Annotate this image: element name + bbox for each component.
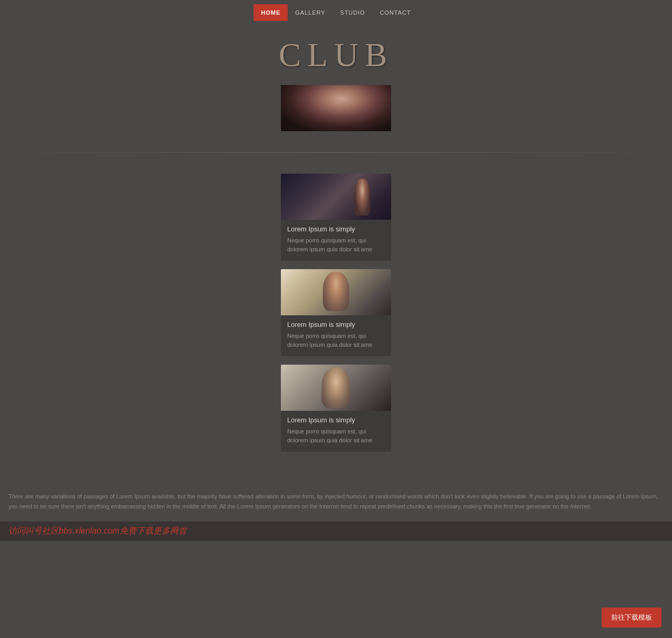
card-3-title: Lorem Ipsum is simply [287, 416, 385, 424]
card-1: Lorem Ipsum is simply Neque porro quisqu… [281, 174, 391, 261]
watermark-text: 访问叫号社区bbs.xlenlao.com免费下载更多网首 [8, 526, 187, 535]
nav-gallery[interactable]: GALLERY [288, 4, 333, 21]
nav-studio[interactable]: STUDIO [333, 4, 373, 21]
page-title: CLUB [279, 36, 394, 75]
divider [0, 152, 672, 153]
card-1-body: Lorem Ipsum is simply Neque porro quisqu… [281, 220, 391, 261]
nav-home[interactable]: HOME [254, 4, 288, 21]
card-2-text: Neque porro quisquam est, qui dolorem ip… [287, 332, 385, 349]
nav: HOME GALLERY STUDIO CONTACT [254, 4, 418, 21]
card-2-body: Lorem Ipsum is simply Neque porro quisqu… [281, 315, 391, 356]
card-1-title: Lorem Ipsum is simply [287, 225, 385, 233]
card-2: Lorem Ipsum is simply Neque porro quisqu… [281, 269, 391, 356]
header: HOME GALLERY STUDIO CONTACT [0, 0, 672, 25]
watermark-bar: 访问叫号社区bbs.xlenlao.com免费下载更多网首 [0, 522, 672, 541]
card-3-image [281, 365, 391, 411]
card-2-image [281, 269, 391, 315]
card-1-image [281, 174, 391, 220]
card-3-body: Lorem Ipsum is simply Neque porro quisqu… [281, 411, 391, 452]
download-button[interactable]: 前往下载模板 [602, 608, 662, 628]
content-section: Lorem Ipsum is simply Neque porro quisqu… [0, 158, 672, 481]
hero-section: CLUB [0, 25, 672, 147]
card-3-text: Neque porro quisquam est, qui dolorem ip… [287, 427, 385, 444]
nav-contact[interactable]: CONTACT [372, 4, 418, 21]
hero-image [281, 85, 391, 131]
footer-text: There are many variations of passages of… [0, 481, 672, 522]
card-1-text: Neque porro quisquam est, qui dolorem ip… [287, 236, 385, 253]
card-3: Lorem Ipsum is simply Neque porro quisqu… [281, 365, 391, 452]
card-2-title: Lorem Ipsum is simply [287, 321, 385, 328]
